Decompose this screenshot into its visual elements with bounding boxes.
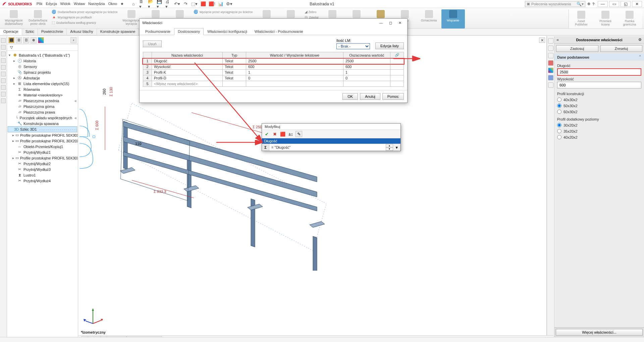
ribbon-sweep-cut[interactable]: 🌀 Wycięcie przez wyciągnięcie po ścieżce xyxy=(192,9,254,14)
dialog-maximize-icon[interactable]: ◻ xyxy=(386,19,395,26)
radio-30x20x2[interactable]: 30x20x2 xyxy=(557,123,641,127)
tree-item-lustro1[interactable]: ⧗Lustro1 xyxy=(8,172,77,178)
value-spinner[interactable]: ▲▼ xyxy=(386,144,393,151)
help-button[interactable]: Pomoc xyxy=(382,93,404,100)
radio-60x30x2[interactable]: 60x30x2 xyxy=(557,110,641,114)
taskpane-rail-icon[interactable] xyxy=(548,75,553,80)
ilosc-select[interactable]: - Brak - xyxy=(336,43,370,49)
tree-item-material[interactable]: ≋Materiał <nieokreślony> xyxy=(8,92,77,98)
tree-item-profil-50-1[interactable]: ▸▭Profile prostokątne PROFIL 50X30X2(1)◄ xyxy=(8,132,77,138)
menu-okno[interactable]: Okno xyxy=(108,2,117,6)
home-icon[interactable]: ⌂ xyxy=(130,1,137,7)
user-icon[interactable]: ⊚ xyxy=(587,2,590,6)
left-rail-icon[interactable] xyxy=(1,92,6,96)
collapse-icon[interactable]: « xyxy=(556,37,559,42)
restore-button[interactable]: ▭ xyxy=(609,1,619,7)
tree-item-trim2[interactable]: ✂Przytnij/Wydłuż2 xyxy=(8,161,77,166)
tree-item-trim3[interactable]: ✂Przytnij/Wydłuż3 xyxy=(8,166,77,172)
help-icon[interactable]: ? xyxy=(592,2,594,6)
ribbon-loft-boss[interactable]: 🔺 Wyciągnięcie po profilach xyxy=(50,15,119,20)
edit-list-button[interactable]: Edycja listy xyxy=(375,43,404,49)
new-icon[interactable]: 🗎▾ xyxy=(139,1,145,7)
tree-tab-property-icon[interactable]: ☰ xyxy=(16,37,22,43)
tree-expand-icon[interactable]: › xyxy=(70,37,76,43)
menu-edycja[interactable]: Edycja xyxy=(46,2,57,6)
mark-dim-icon[interactable]: ✎ xyxy=(296,131,302,137)
left-rail-icon[interactable] xyxy=(1,58,6,63)
command-search-box[interactable]: ▣ Polecenia wyszukiwania 🔍▾ xyxy=(525,1,585,7)
tab-operacje[interactable]: Operacje xyxy=(0,29,22,35)
tree-item-plaszczyzna-prawa[interactable]: ▱Płaszczyzna prawa xyxy=(8,109,77,115)
taskpane-rail-icon[interactable] xyxy=(548,60,553,66)
ribbon-rib[interactable]: ◢ Żebro xyxy=(303,9,320,14)
left-rail-icon[interactable] xyxy=(1,98,6,103)
menu-help-icon[interactable]: ★ xyxy=(120,2,124,6)
dialog-titlebar[interactable]: Właściwości — ◻ ✕ xyxy=(140,19,407,27)
radio-50x30x2[interactable]: 50x30x2 xyxy=(557,104,641,108)
ribbon-bounding-box[interactable]: Ramka graniczna xyxy=(618,10,641,28)
accept-icon[interactable]: ✔ xyxy=(263,131,270,137)
table-row[interactable]: 2WysokośćTekst600600 xyxy=(143,64,404,70)
taskpane-rail-icon[interactable] xyxy=(548,82,553,88)
wysokosc-input[interactable] xyxy=(557,82,641,88)
tree-item-plaszczyzna-przednia[interactable]: ▱Płaszczyzna przednia◄ xyxy=(8,98,77,104)
ribbon-markup[interactable]: Oznaczenia xyxy=(417,9,441,28)
tab-wlasciwosci-podsumowanie[interactable]: Właściwości - Podsumowanie xyxy=(251,28,307,35)
save-icon[interactable]: 💾▾ xyxy=(157,1,163,7)
tree-tab-feature-icon[interactable]: ⬛ xyxy=(8,37,14,43)
taskpane-rail-icon[interactable] xyxy=(548,46,553,51)
open-icon[interactable]: 📂▾ xyxy=(148,1,154,7)
left-rail-icon[interactable] xyxy=(1,78,6,83)
minimize-button[interactable]: — xyxy=(598,1,608,7)
taskpane-rail-icon[interactable] xyxy=(548,68,553,73)
tree-tab-dim-icon[interactable]: ⊕ xyxy=(31,37,37,43)
tab-szkic[interactable]: Szkic xyxy=(22,29,38,35)
menu-narzedzia[interactable]: Narzędzia xyxy=(88,2,105,6)
ribbon-move-face[interactable]: Przenieś ścianę xyxy=(594,10,617,28)
dialog-close-icon[interactable]: ✕ xyxy=(395,19,405,26)
radio-35x20x2[interactable]: 35x20x2 xyxy=(557,129,641,133)
tree-tab-appearance-icon[interactable] xyxy=(38,37,44,43)
table-row[interactable]: 4Profil-DTekst00 xyxy=(143,75,404,81)
tab-dostosowany[interactable]: Dostosowany xyxy=(174,28,204,35)
reject-icon[interactable]: ✖ xyxy=(271,131,278,137)
ribbon-sweep-boss[interactable]: 🌀 Dodanie/baza przez wyciągnięcie po ści… xyxy=(50,9,119,14)
viewport-close-icon[interactable]: ✕ xyxy=(539,38,545,43)
expander-icon[interactable]: ▾ xyxy=(8,53,11,57)
left-rail-icon[interactable] xyxy=(1,72,6,76)
tree-item-historia[interactable]: ▸🕘Historia xyxy=(8,58,77,64)
taskpane-rail-icon[interactable] xyxy=(548,38,553,44)
tab-wlasciwosci-konfiguracji[interactable]: Właściwości konfiguracji xyxy=(204,28,251,35)
units-icon[interactable]: ▾ xyxy=(393,144,400,151)
radio-40x20x2[interactable]: 40x20x2 xyxy=(557,135,641,139)
sigma-icon[interactable]: Σ xyxy=(262,144,269,151)
select-icon[interactable]: ⬚▾ xyxy=(192,1,198,7)
ribbon-asset-publisher[interactable]: Asset Publisher xyxy=(570,10,593,28)
radio-40x30x2[interactable]: 40x30x2 xyxy=(557,97,641,102)
tree-item-weldment[interactable]: 🔧Konstrukcja spawana xyxy=(8,121,77,126)
close-button[interactable]: ✕ xyxy=(632,1,642,7)
menu-plik[interactable]: Plik xyxy=(37,2,43,6)
tree-item-spinacz[interactable]: 📎Spinacz projektu xyxy=(8,69,77,75)
dlugosc-input[interactable] xyxy=(557,68,641,76)
menu-wstaw[interactable]: Wstaw xyxy=(74,2,85,6)
tree-item-plaszczyzna-gorna[interactable]: ▱Płaszczyzna górna xyxy=(8,104,77,109)
print-icon[interactable]: 🖨▾ xyxy=(165,1,171,7)
ribbon-extrude-boss[interactable]: Wyciągnięcie dodania/bazy xyxy=(2,9,25,28)
cancel-button[interactable]: Anuluj xyxy=(360,93,380,100)
left-rail-icon[interactable] xyxy=(1,38,6,43)
tree-item-rownania[interactable]: ΣRównania xyxy=(8,86,77,92)
tree-item-adnotacje[interactable]: ▸ⒶAdnotacje xyxy=(8,75,77,81)
tree-item-trim1[interactable]: ✂Przytnij/Wydłuż1 xyxy=(8,149,77,155)
maximize-button[interactable]: ◱ xyxy=(621,1,631,7)
tab-powierzchnie[interactable]: Powierzchnie xyxy=(38,29,67,35)
ribbon-boundary-boss[interactable]: ⬚ Dodanie/baza według granicy xyxy=(50,20,119,25)
tree-item-move-copy[interactable]: ↔Obiekt-Przenieś/Kopiuj1 xyxy=(8,144,77,149)
table-row[interactable]: 1DługośćTekst25002500 xyxy=(143,58,404,64)
delete-button[interactable]: Usuń xyxy=(143,41,162,47)
more-properties-button[interactable]: Więcej właściwości... xyxy=(556,329,643,336)
taskpane-rail-icon[interactable] xyxy=(548,53,553,58)
tree-item-trim4[interactable]: ✂Przytnij/Wydłuż4 xyxy=(8,178,77,184)
left-rail-icon[interactable] xyxy=(1,45,6,50)
table-row[interactable]: 5<Wpisz nową właściwość> xyxy=(143,81,404,87)
